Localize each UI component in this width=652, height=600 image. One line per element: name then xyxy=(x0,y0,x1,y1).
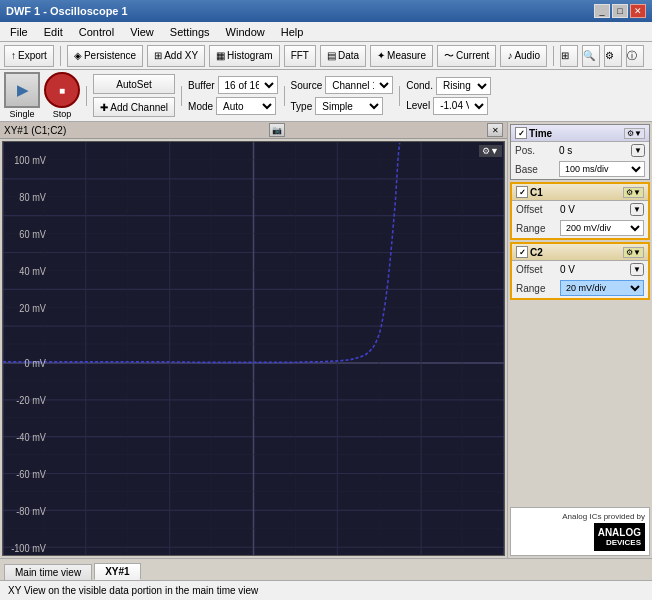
c1-range-label: Range xyxy=(516,223,556,234)
status-bar: XY View on the visible data portion in t… xyxy=(0,580,652,600)
c2-title: C2 xyxy=(530,247,543,258)
persistence-button[interactable]: ◈ Persistence xyxy=(67,45,143,67)
plot-title: XY#1 (C1;C2) xyxy=(4,125,66,136)
type-dropdown[interactable]: Simple xyxy=(315,97,383,115)
export-button[interactable]: ↑ Export xyxy=(4,45,54,67)
pos-label: Pos. xyxy=(515,145,555,156)
time-header: ✓ Time ⚙▼ xyxy=(511,125,649,142)
measure-button[interactable]: ✦ Measure xyxy=(370,45,433,67)
audio-icon: ♪ xyxy=(507,50,512,61)
add-channel-button[interactable]: ✚ Add Channel xyxy=(93,97,175,117)
menu-control[interactable]: Control xyxy=(71,22,122,41)
menu-file[interactable]: File xyxy=(2,22,36,41)
fft-button[interactable]: FFT xyxy=(284,45,316,67)
plot-settings-button[interactable]: ⚙▼ xyxy=(479,144,502,157)
cond-dropdown[interactable]: Rising xyxy=(436,77,491,95)
toolbar2: ▶ Single ■ Stop AutoSet ✚ Add Channel Bu… xyxy=(0,70,652,122)
minimize-button[interactable]: _ xyxy=(594,4,610,18)
addxy-icon: ⊞ xyxy=(154,50,162,61)
svg-text:-20 mV: -20 mV xyxy=(16,395,46,406)
autoset-button[interactable]: AutoSet xyxy=(93,74,175,94)
c2-range-label: Range xyxy=(516,283,556,294)
cond-level-area: Cond. Rising Level -1.04 V xyxy=(406,77,491,115)
menu-bar: File Edit Control View Settings Window H… xyxy=(0,22,652,42)
menu-window[interactable]: Window xyxy=(218,22,273,41)
mode-dropdown[interactable]: Auto xyxy=(216,97,276,115)
time-checkbox[interactable]: ✓ xyxy=(515,127,527,139)
c1-range-dropdown[interactable]: 200 mV/div xyxy=(560,220,644,236)
settings-button[interactable]: ⚙ xyxy=(604,45,622,67)
close-plot-button[interactable]: ✕ xyxy=(487,123,503,137)
control-buttons: ▶ Single ■ Stop xyxy=(4,72,80,119)
menu-help[interactable]: Help xyxy=(273,22,312,41)
c1-header: ✓ C1 ⚙▼ xyxy=(512,184,648,201)
audio-button[interactable]: ♪ Audio xyxy=(500,45,547,67)
type-label: Type xyxy=(291,101,313,112)
c1-checkbox[interactable]: ✓ xyxy=(516,186,528,198)
time-base-row: Base 100 ms/div xyxy=(511,159,649,179)
tab-main-time-view[interactable]: Main time view xyxy=(4,564,92,580)
c1-title: C1 xyxy=(530,187,543,198)
analog-devices-area: Analog ICs provided by ANALOG DEVICES xyxy=(510,507,650,556)
current-icon: 〜 xyxy=(444,49,454,63)
svg-text:80 mV: 80 mV xyxy=(19,192,46,203)
histogram-button[interactable]: ▦ Histogram xyxy=(209,45,280,67)
source-type-area: Source Channel 1 Type Simple xyxy=(291,76,394,115)
zoom-button[interactable]: 🔍 xyxy=(582,45,600,67)
add-xy-button[interactable]: ⊞ Add XY xyxy=(147,45,205,67)
c2-offset-dropdown[interactable]: ▼ xyxy=(630,263,644,276)
source-dropdown[interactable]: Channel 1 xyxy=(325,76,393,94)
c2-offset-label: Offset xyxy=(516,264,556,275)
buffer-mode-area: Buffer 16 of 16 Mode Auto xyxy=(188,76,278,115)
plot-container[interactable]: ⚙▼ xyxy=(2,141,505,556)
grid-button[interactable]: ⊞ xyxy=(560,45,578,67)
main-area: XY#1 (C1;C2) 📷 ✕ ⚙▼ xyxy=(0,122,652,558)
level-dropdown[interactable]: -1.04 V xyxy=(433,97,488,115)
c1-config-button[interactable]: ⚙▼ xyxy=(623,187,644,198)
analog-provided-text: Analog ICs provided by xyxy=(515,512,645,521)
close-button[interactable]: ✕ xyxy=(630,4,646,18)
snapshot-button[interactable]: 📷 xyxy=(269,123,285,137)
stop-button[interactable]: ■ xyxy=(44,72,80,108)
pos-dropdown-button[interactable]: ▼ xyxy=(631,144,645,157)
menu-settings[interactable]: Settings xyxy=(162,22,218,41)
c1-offset-label: Offset xyxy=(516,204,556,215)
single-label: Single xyxy=(9,109,34,119)
separator2 xyxy=(553,46,554,66)
base-dropdown[interactable]: 100 ms/div xyxy=(559,161,645,177)
bottom-tabs: Main time view XY#1 xyxy=(0,558,652,580)
c2-checkbox[interactable]: ✓ xyxy=(516,246,528,258)
info-button[interactable]: ⓘ xyxy=(626,45,644,67)
tab-xy1[interactable]: XY#1 xyxy=(94,563,140,580)
analog-logo-line2: DEVICES xyxy=(598,538,641,547)
menu-view[interactable]: View xyxy=(122,22,162,41)
svg-text:100 mV: 100 mV xyxy=(14,155,46,166)
svg-text:-40 mV: -40 mV xyxy=(16,432,46,443)
persistence-icon: ◈ xyxy=(74,50,82,61)
menu-edit[interactable]: Edit xyxy=(36,22,71,41)
time-title: Time xyxy=(529,128,552,139)
c2-config-button[interactable]: ⚙▼ xyxy=(623,247,644,258)
toolbar1: ↑ Export ◈ Persistence ⊞ Add XY ▦ Histog… xyxy=(0,42,652,70)
c2-range-dropdown[interactable]: 20 mV/div xyxy=(560,280,644,296)
time-section: ✓ Time ⚙▼ Pos. 0 s ▼ Base 100 ms/div xyxy=(510,124,650,180)
time-config-button[interactable]: ⚙▼ xyxy=(624,128,645,139)
current-button[interactable]: 〜 Current xyxy=(437,45,496,67)
buffer-label: Buffer xyxy=(188,80,215,91)
single-button[interactable]: ▶ xyxy=(4,72,40,108)
separator5 xyxy=(284,86,285,106)
plot-inner: ⚙▼ xyxy=(3,142,504,555)
c1-offset-dropdown[interactable]: ▼ xyxy=(630,203,644,216)
window-controls: _ □ ✕ xyxy=(594,4,646,18)
histogram-icon: ▦ xyxy=(216,50,225,61)
maximize-button[interactable]: □ xyxy=(612,4,628,18)
separator4 xyxy=(181,86,182,106)
svg-text:-80 mV: -80 mV xyxy=(16,505,46,516)
separator3 xyxy=(86,86,87,106)
analog-logo-line1: ANALOG xyxy=(598,527,641,538)
data-button[interactable]: ▤ Data xyxy=(320,45,366,67)
buffer-dropdown[interactable]: 16 of 16 xyxy=(218,76,278,94)
analog-devices-logo: ANALOG DEVICES xyxy=(594,523,645,551)
export-icon: ↑ xyxy=(11,50,16,61)
svg-text:20 mV: 20 mV xyxy=(19,302,46,313)
